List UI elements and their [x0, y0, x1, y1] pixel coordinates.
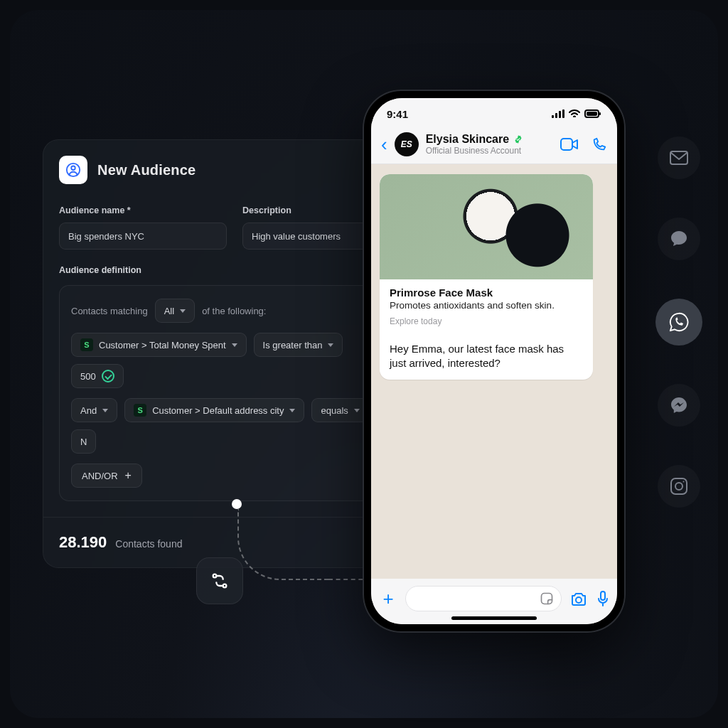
shopify-icon: S — [80, 338, 93, 351]
cellular-icon — [552, 109, 564, 118]
svg-rect-5 — [555, 113, 557, 118]
chat-title-block[interactable]: Elysia Skincare Official Business Accoun… — [426, 133, 553, 156]
matching-mode-value: All — [164, 306, 174, 316]
chevron-down-icon — [180, 309, 186, 313]
chat-area: Primrose Face Mask Promotes antioxidants… — [371, 164, 617, 579]
check-circle-icon — [102, 370, 114, 382]
svg-rect-9 — [587, 112, 597, 116]
svg-rect-11 — [561, 139, 572, 150]
chevron-down-icon — [232, 343, 237, 347]
audience-definition-label: Audience definition — [59, 265, 410, 275]
channel-whatsapp[interactable] — [655, 299, 702, 346]
channel-sms[interactable] — [658, 218, 700, 260]
rule1-value: 500 — [80, 371, 96, 382]
rule2-attribute-select[interactable]: S Customer > Default address city — [124, 398, 304, 422]
contacts-count: 28.190 — [59, 533, 107, 552]
phone-frame: 9:41 ‹ ES Elysia Skincare — [363, 90, 626, 633]
audience-name-label: Audience name * — [59, 205, 227, 215]
back-button[interactable]: ‹ — [381, 135, 387, 154]
svg-rect-4 — [552, 115, 554, 118]
rule2-value-input[interactable]: N — [71, 429, 96, 454]
matching-mode-select[interactable]: All — [155, 299, 195, 323]
chevron-down-icon — [328, 343, 333, 347]
home-indicator — [451, 616, 537, 620]
product-image — [380, 174, 593, 279]
plus-icon: + — [125, 470, 132, 481]
message-bubble[interactable]: Primrose Face Mask Promotes antioxidants… — [380, 174, 593, 380]
card-description: Promotes antioxidants and soften skin. — [390, 300, 583, 311]
chevron-down-icon — [354, 409, 360, 412]
matching-suffix: of the following: — [202, 306, 266, 316]
chat-subtitle: Official Business Account — [426, 146, 553, 156]
channel-instagram[interactable] — [658, 465, 700, 508]
rule2-attribute-value: Customer > Default address city — [152, 405, 284, 416]
audience-title: New Audience — [97, 162, 196, 178]
rule1-operator-value: Is greater than — [263, 340, 323, 350]
channel-email[interactable] — [658, 136, 700, 179]
camera-icon[interactable] — [570, 592, 587, 606]
svg-rect-10 — [599, 112, 601, 115]
chevron-down-icon — [289, 409, 295, 412]
rule2-operator-value: equals — [321, 405, 348, 416]
svg-point-13 — [576, 597, 582, 603]
svg-point-0 — [71, 166, 75, 171]
card-cta: Explore today — [390, 316, 583, 326]
mic-icon[interactable] — [597, 591, 609, 606]
channel-messenger[interactable] — [658, 384, 700, 427]
add-condition-button[interactable]: AND/OR + — [71, 464, 142, 488]
shopify-icon: S — [134, 404, 146, 417]
wifi-icon — [569, 109, 580, 118]
svg-point-17 — [675, 483, 682, 490]
battery-icon — [584, 109, 601, 118]
audience-header: New Audience — [59, 156, 410, 184]
message-text: Hey Emma, our latest face mask has just … — [380, 335, 593, 380]
chat-name: Elysia Skincare — [426, 133, 509, 146]
card-title: Primrose Face Mask — [390, 287, 583, 299]
video-call-icon[interactable] — [560, 138, 579, 151]
avatar-initials: ES — [401, 139, 412, 149]
message-input[interactable] — [405, 586, 562, 611]
svg-rect-14 — [601, 592, 605, 600]
rule2-operator-select[interactable]: equals — [311, 398, 368, 422]
phone-screen: 9:41 ‹ ES Elysia Skincare — [371, 98, 617, 624]
chat-header: ‹ ES Elysia Skincare Official Business A… — [371, 129, 617, 164]
rule2-join-value: And — [80, 405, 97, 416]
flow-hub-icon — [196, 557, 243, 604]
voice-call-icon[interactable] — [592, 136, 607, 152]
svg-rect-15 — [670, 151, 687, 164]
avatar[interactable]: ES — [395, 132, 419, 156]
rule1-operator-select[interactable]: Is greater than — [254, 333, 343, 357]
rule1-attribute-select[interactable]: S Customer > Total Money Spent — [71, 333, 247, 357]
canvas: New Audience Audience name * Description… — [10, 10, 718, 718]
sticker-icon[interactable] — [540, 592, 554, 606]
svg-point-18 — [683, 481, 685, 483]
audience-name-input[interactable] — [59, 223, 227, 250]
rule2-value: N — [80, 437, 87, 447]
verified-icon — [513, 134, 523, 144]
rule1-value-input[interactable]: 500 — [71, 364, 124, 388]
contacts-label: Contacts found — [115, 538, 182, 550]
svg-rect-12 — [542, 594, 552, 604]
status-icons — [552, 109, 601, 118]
chevron-down-icon — [102, 409, 108, 412]
connector-dot — [232, 499, 242, 509]
audience-definition-box: Contacts matching All of the following: … — [59, 285, 410, 501]
status-time: 9:41 — [387, 108, 408, 120]
svg-rect-6 — [559, 111, 561, 118]
matching-prefix: Contacts matching — [71, 306, 148, 316]
rule2-join-select[interactable]: And — [71, 398, 117, 422]
rule1-attribute-value: Customer > Total Money Spent — [99, 340, 226, 350]
attach-button[interactable]: + — [380, 589, 397, 608]
audience-icon — [59, 156, 87, 184]
svg-rect-16 — [671, 478, 687, 494]
channel-rail — [655, 136, 702, 508]
svg-rect-7 — [562, 109, 564, 118]
status-bar: 9:41 — [371, 98, 617, 129]
add-condition-label: AND/OR — [82, 471, 118, 481]
